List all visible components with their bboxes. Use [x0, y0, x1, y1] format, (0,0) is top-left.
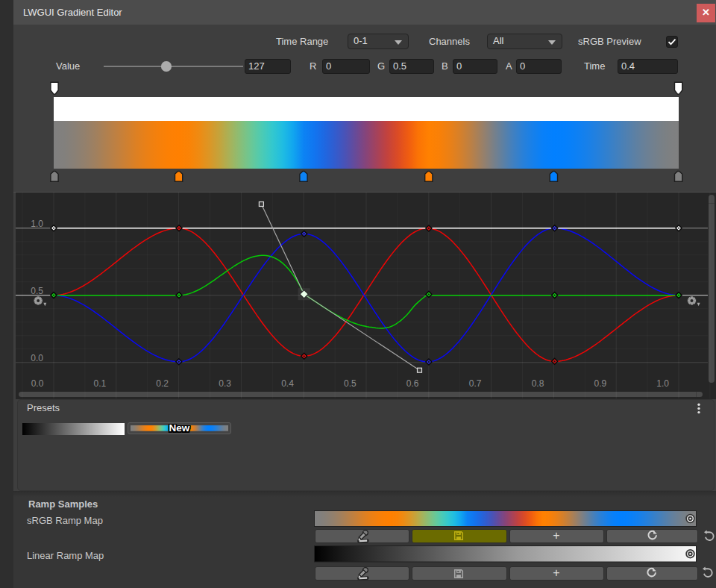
- svg-text:0.1: 0.1: [94, 378, 107, 389]
- svg-text:0.5: 0.5: [31, 286, 43, 296]
- svg-text:0.2: 0.2: [156, 378, 169, 389]
- svg-text:1.0: 1.0: [31, 219, 43, 229]
- svg-text:0.9: 0.9: [594, 378, 606, 389]
- svg-text:0.0: 0.0: [31, 378, 44, 389]
- svg-text:0.7: 0.7: [469, 378, 482, 389]
- svg-text:0.5: 0.5: [344, 378, 357, 389]
- svg-text:0.8: 0.8: [532, 378, 544, 389]
- svg-text:0.3: 0.3: [219, 378, 231, 389]
- svg-text:1.0: 1.0: [656, 378, 669, 389]
- svg-text:0.0: 0.0: [31, 353, 43, 363]
- svg-text:0.4: 0.4: [281, 378, 294, 389]
- svg-text:0.6: 0.6: [406, 378, 419, 389]
